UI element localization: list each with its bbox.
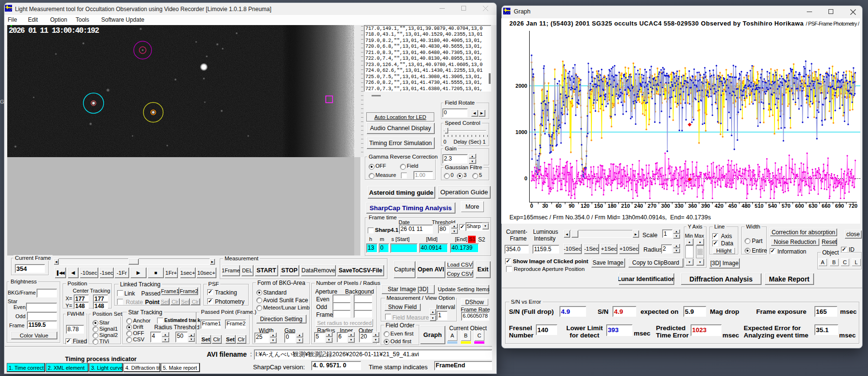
svg-text:/ PSF-Frame Photometry /: / PSF-Frame Photometry / [806,21,859,27]
svg-text:60: 60 [556,203,561,209]
svg-text:690: 690 [835,203,844,209]
svg-text:450: 450 [728,203,737,209]
svg-text:600: 600 [795,203,804,209]
svg-text:660: 660 [822,203,830,209]
svg-text:0: 0 [530,203,533,209]
svg-text:30: 30 [542,203,548,209]
svg-text:630: 630 [809,203,817,209]
svg-text:90: 90 [569,203,574,209]
svg-text:570: 570 [782,203,790,209]
svg-text:1000: 1000 [516,129,527,135]
svg-text:120: 120 [581,203,589,209]
svg-text:2026 Jan 11; (55403) 2001 SG32: 2026 Jan 11; (55403) 2001 SG325 occults … [509,20,804,27]
svg-text:180: 180 [608,203,616,209]
svg-text:510: 510 [755,203,763,209]
svg-text:0: 0 [524,175,527,181]
svg-text:2026 01 11 13:00:40:192: 2026 01 11 13:00:40:192 [9,27,99,35]
svg-text:300: 300 [661,203,670,209]
svg-text:2000: 2000 [516,83,527,89]
svg-text:420: 420 [715,203,723,209]
svg-text:480: 480 [742,203,750,209]
svg-text:720: 720 [849,203,857,209]
svg-text:360: 360 [688,203,697,209]
svg-text:390: 390 [701,203,710,209]
svg-text:270: 270 [648,203,656,209]
svg-text:240: 240 [634,203,643,209]
svg-text:330: 330 [675,203,683,209]
svg-text:150: 150 [594,203,603,209]
svg-text:210: 210 [621,203,630,209]
svg-text:540: 540 [768,203,777,209]
